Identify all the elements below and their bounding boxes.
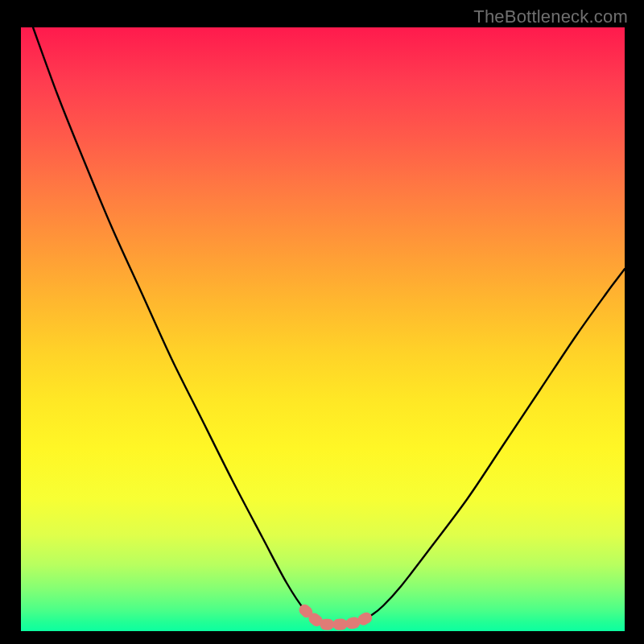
bottleneck-curve-path bbox=[33, 27, 625, 625]
chart-plot-area bbox=[21, 27, 625, 631]
chart-svg bbox=[21, 27, 625, 631]
valley-marker bbox=[305, 610, 372, 625]
watermark-text: TheBottleneck.com bbox=[473, 6, 628, 27]
chart-frame: TheBottleneck.com bbox=[0, 0, 644, 644]
